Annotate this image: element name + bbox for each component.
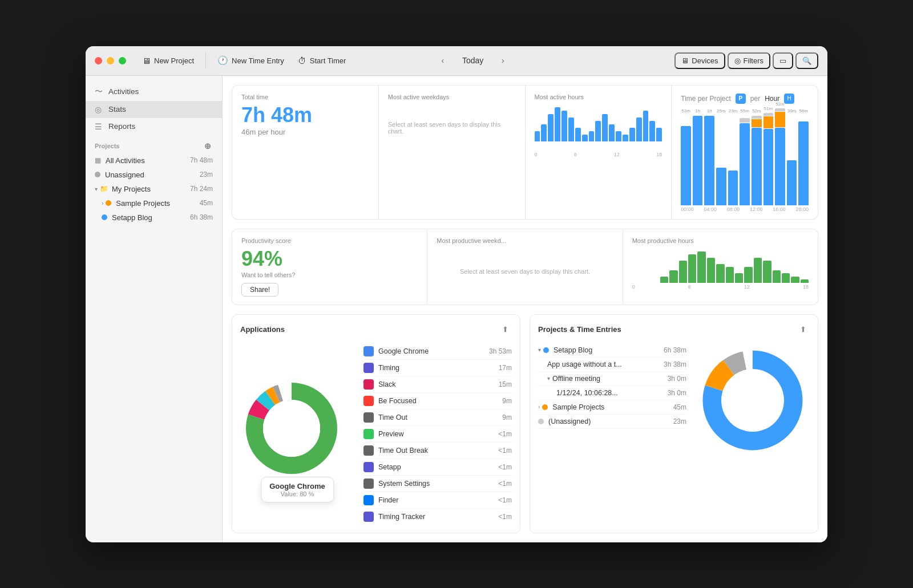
tpp-badge: P — [736, 94, 746, 104]
productive-bar — [763, 261, 771, 283]
add-project-button[interactable]: ⊕ — [203, 141, 213, 151]
sidebar-item-reports[interactable]: ☰ Reports — [86, 118, 222, 135]
projects-section-header: Projects ⊕ — [86, 135, 222, 153]
sidebar-item-stats[interactable]: ◎ Stats — [86, 101, 222, 118]
hour-bar — [643, 111, 649, 141]
sample-chevron: › — [102, 200, 103, 206]
hour-bar — [555, 107, 560, 141]
project-sample-projects[interactable]: › Sample Projects 45m — [86, 196, 222, 210]
app-time: <1m — [498, 496, 512, 504]
titlebar: 🖥 New Project 🕐 New Time Entry ⏱ Start T… — [86, 46, 827, 76]
project-my-projects[interactable]: ▾ 📁 My Projects 7h 24m — [86, 182, 222, 196]
productivity-cell: Productivity score 94% Want to tell othe… — [232, 229, 427, 305]
app-name: Timing Tracker — [378, 513, 498, 521]
app-name: Time Out Break — [378, 447, 498, 455]
pe-name: (Unassigned) — [548, 417, 673, 425]
sidebar-toggle-icon: ▭ — [779, 56, 786, 65]
productivity-value: 94% — [241, 249, 418, 269]
app-row: Finder<1m — [363, 492, 512, 509]
tpp-bar-group: 53m — [681, 108, 691, 205]
content-area: Total time 7h 48m 46m per hour Most acti… — [223, 76, 827, 542]
sample-name: Sample Projects — [116, 199, 199, 208]
stats-grid: Total time 7h 48m 46m per hour Most acti… — [232, 85, 818, 220]
app-icon — [363, 363, 374, 373]
sidebar-item-activities[interactable]: 〜 Activities — [86, 83, 222, 101]
productive-weekdays-cell: Most productive weekd... Select at least… — [427, 229, 622, 305]
productive-weekdays-chart: Select at least seven days to display th… — [437, 249, 613, 294]
tpp-per: per — [750, 95, 760, 103]
new-project-icon: 🖥 — [142, 56, 151, 66]
productive-hours-cell: Most productive hours 0 6 12 18 — [623, 229, 818, 305]
date-navigator: ‹ Today › — [435, 52, 511, 68]
filters-label: Filters — [744, 56, 763, 65]
project-setapp-blog[interactable]: Setapp Blog 6h 38m — [86, 210, 222, 225]
maximize-button[interactable] — [119, 57, 126, 64]
pe-row: ›Sample Projects45m — [538, 400, 686, 415]
app-time: <1m — [498, 463, 512, 471]
app-name: Time Out — [378, 413, 502, 421]
tpp-bar-group: 1h — [704, 108, 714, 205]
close-button[interactable] — [95, 57, 102, 64]
pe-row: ▾Setapp Blog6h 38m — [538, 343, 686, 358]
productive-bar — [791, 277, 799, 283]
minimize-button[interactable] — [107, 57, 114, 64]
devices-button[interactable]: 🖥 Devices — [674, 52, 725, 69]
tpp-bar-group: 23m — [728, 108, 738, 205]
sidebar: 〜 Activities ◎ Stats ☰ Reports Projects … — [86, 76, 223, 542]
main-window: 🖥 New Project 🕐 New Time Entry ⏱ Start T… — [86, 46, 827, 542]
pe-chevron[interactable]: › — [538, 404, 540, 410]
project-unassigned[interactable]: Unassigned 23m — [86, 168, 222, 182]
app-row: System Settings<1m — [363, 476, 512, 492]
hour-bar — [575, 128, 581, 141]
pe-chevron[interactable]: ▾ — [538, 347, 541, 353]
unassigned-name: Unassigned — [105, 171, 200, 179]
applications-export-button[interactable]: ⬆ — [498, 323, 512, 336]
devices-icon: 🖥 — [681, 56, 689, 65]
pe-chevron[interactable]: ▾ — [547, 375, 550, 382]
start-timer-button[interactable]: ⏱ Start Timer — [291, 52, 353, 69]
share-button[interactable]: Share! — [241, 283, 278, 297]
next-date-button[interactable]: › — [495, 52, 511, 68]
productive-bar — [735, 273, 743, 283]
current-date: Today — [455, 54, 490, 67]
pe-dot — [543, 347, 549, 353]
active-hours-label: Most active hours — [535, 94, 662, 100]
app-time: <1m — [498, 513, 512, 521]
hour-bar — [649, 121, 655, 141]
projects-donut-svg — [696, 343, 810, 457]
sidebar-toggle-button[interactable]: ▭ — [773, 52, 793, 69]
bottom-grid: Applications ⬆ — [232, 314, 818, 533]
hour-bar — [636, 117, 642, 141]
app-row: Be Focused9m — [363, 393, 512, 409]
app-icon — [363, 495, 374, 505]
new-time-entry-button[interactable]: 🕐 New Time Entry — [211, 52, 291, 69]
all-activities-icon: ▦ — [95, 156, 101, 164]
app-icon — [363, 429, 374, 439]
filters-button[interactable]: ◎ Filters — [728, 52, 770, 69]
pe-time: 23m — [673, 417, 686, 425]
hour-bar — [582, 135, 588, 141]
activities-icon: 〜 — [95, 87, 104, 97]
app-name: Setapp — [378, 463, 498, 471]
pe-time: 45m — [673, 403, 686, 411]
app-icon — [363, 445, 374, 456]
prev-date-button[interactable]: ‹ — [435, 52, 451, 68]
pe-export-button[interactable]: ⬆ — [796, 323, 810, 336]
project-all-activities[interactable]: ▦ All Activities 7h 48m — [86, 153, 222, 168]
tooltip-app-name: Google Chrome — [269, 482, 325, 490]
new-project-button[interactable]: 🖥 New Project — [135, 52, 201, 69]
productive-bar — [773, 270, 781, 283]
pe-time: 3h 38m — [664, 360, 686, 368]
my-projects-time: 7h 24m — [190, 185, 213, 193]
donut-wrapper: Google Chrome Value: 80 % — [240, 377, 354, 491]
hour-bar — [623, 135, 628, 141]
weekdays-chart: Select at least seven days to display th… — [388, 105, 516, 151]
unassigned-time: 23m — [200, 171, 213, 179]
active-hours-cell: Most active hours 0 6 12 18 — [526, 86, 672, 219]
app-time: 3h 53m — [489, 347, 512, 355]
search-button[interactable]: 🔍 — [795, 52, 818, 69]
productive-hours-chart — [632, 249, 809, 283]
hour-bar — [616, 131, 621, 141]
tpp-bar-group: 52m — [775, 108, 785, 205]
app-icon — [363, 512, 374, 522]
